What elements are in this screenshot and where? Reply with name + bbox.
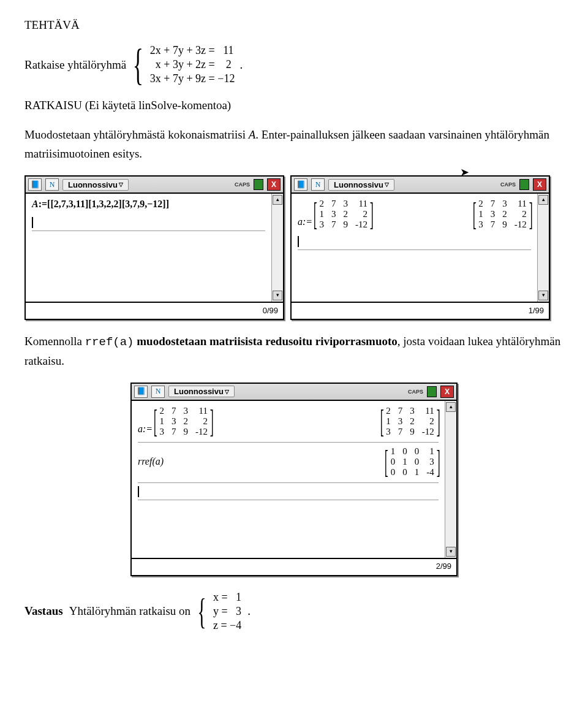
close-button[interactable]: X: [267, 178, 281, 191]
calc-icon: 📘: [134, 386, 148, 398]
calc-window-2: ➤ 📘 N Luonnossivu▽ CAPS X a:= [ 27311: [290, 175, 550, 320]
text-cursor: [138, 486, 139, 497]
brace-left: {: [133, 47, 143, 83]
sol-x: x = 1: [213, 591, 241, 604]
task-equation-row: Ratkaise yhtälöryhmä { 2x + 7y + 3z = 11…: [24, 44, 564, 85]
sol-y: y = 3: [213, 605, 241, 618]
rref-call: rref(a): [138, 456, 164, 467]
sol-z: z = −4: [213, 619, 241, 632]
answer-text: Yhtälöryhmän ratkaisu on: [69, 604, 190, 618]
calc-content-3[interactable]: a:= [ 27311 1322 379-12 ]: [132, 401, 445, 558]
tab-luonnossivu[interactable]: Luonnossivu▽: [62, 179, 129, 191]
tool-icon: N: [45, 178, 59, 191]
battery-icon: [427, 386, 437, 397]
text-cursor: [32, 217, 33, 228]
eq1: 2x + 7y + 3z = 11: [150, 44, 235, 57]
calc-icon: 📘: [294, 178, 307, 191]
caps-indicator: CAPS: [235, 181, 250, 188]
calc-window-3: 📘 N Luonnossivu▽ CAPS X a:= [ 27311 1322: [130, 383, 458, 576]
scroll-down[interactable]: ▾: [446, 547, 456, 557]
screenshot-row-2: 📘 N Luonnossivu▽ CAPS X a:= [ 27311 1322: [24, 383, 564, 576]
titlebar: 📘 N Luonnossivu▽ CAPS X: [292, 177, 549, 194]
titlebar: 📘 N Luonnossivu▽ CAPS X: [26, 177, 283, 194]
matrix-input: [ 27311 1322 379-12 ]: [315, 199, 372, 230]
calc-window-1: 📘 N Luonnossivu▽ CAPS X AA:=[[2,7,3,11][…: [24, 175, 284, 320]
calc-icon: 📘: [28, 178, 42, 191]
paragraph-2: Komennolla rref(a) muodostetaan matriisi…: [24, 332, 564, 370]
scroll-up[interactable]: ▴: [538, 195, 548, 205]
close-button[interactable]: X: [440, 386, 454, 398]
eq3: 3x + 7y + 9z = −12: [150, 72, 235, 85]
page-counter: 1/99: [529, 306, 544, 315]
calc-footer: 1/99: [292, 302, 549, 318]
matrix-result: [ 27311 1322 379-12 ]: [474, 199, 531, 230]
para1-var: A: [249, 128, 256, 141]
tab-luonnossivu[interactable]: Luonnossivu▽: [328, 179, 394, 191]
task-period: .: [239, 58, 243, 72]
tab-luonnossivu[interactable]: Luonnossivu▽: [168, 386, 235, 397]
scroll-down[interactable]: ▾: [273, 291, 282, 300]
battery-icon: [519, 179, 529, 190]
battery-icon: [254, 179, 263, 190]
rref-command: rref(a): [85, 335, 134, 349]
close-button[interactable]: X: [533, 178, 546, 191]
paragraph-1: Muodostetaan yhtälöryhmästä kokonaismatr…: [24, 126, 564, 163]
screenshot-row-1: 📘 N Luonnossivu▽ CAPS X AA:=[[2,7,3,11][…: [24, 175, 564, 320]
brace-left: {: [197, 596, 206, 626]
scrollbar[interactable]: ▴ ▾: [537, 194, 549, 302]
scrollbar[interactable]: ▴ ▾: [445, 401, 456, 558]
caps-indicator: CAPS: [500, 181, 516, 188]
scroll-up[interactable]: ▴: [446, 402, 456, 412]
calc-content-2[interactable]: a:= [ 27311 1322 379-12 ]: [292, 194, 537, 302]
scrollbar[interactable]: ▴ ▾: [271, 194, 283, 302]
para1a: Muodostetaan yhtälöryhmästä kokonaismatr…: [24, 128, 249, 141]
answer-label: Vastaus: [24, 604, 63, 618]
answer-row: Vastaus Yhtälöryhmän ratkaisu on { x = 1…: [24, 591, 564, 632]
page-counter: 0/99: [263, 306, 278, 315]
page-counter: 2/99: [436, 562, 451, 571]
tool-icon: N: [151, 386, 165, 398]
task-lead: Ratkaise yhtälöryhmä: [24, 58, 126, 72]
rref-result-matrix: [ 1001 0103 001-4 ]: [386, 446, 439, 478]
input-line: AA:=[[2,7,3,11][1,3,2,2][3,7,9,−12]]:=[[…: [32, 199, 265, 210]
tool-icon: N: [311, 178, 325, 191]
equation-stack: 2x + 7y + 3z = 11 x + 3y + 2z = 2 3x + 7…: [150, 44, 235, 85]
task-heading: TEHTÄVÄ: [24, 18, 564, 32]
calc-content-1[interactable]: AA:=[[2,7,3,11][1,3,2,2][3,7,9,−12]]:=[[…: [26, 194, 271, 302]
calc-footer: 0/99: [26, 302, 283, 318]
para2a: Komennolla: [24, 335, 85, 348]
scroll-down[interactable]: ▾: [538, 291, 548, 300]
eq2: x + 3y + 2z = 2: [150, 58, 235, 71]
titlebar: 📘 N Luonnossivu▽ CAPS X: [132, 384, 456, 401]
lhs-a: a:= [ 27311 1322 379-12 ]: [138, 406, 212, 437]
lhs: a:= [ 27311 1322 379-12 ]: [298, 199, 372, 230]
matrix-a-input: [ 27311 1322 379-12 ]: [155, 406, 212, 437]
answer-period: .: [247, 604, 251, 618]
scroll-up[interactable]: ▴: [273, 195, 282, 205]
ratkaisu-heading: RATKAISU (Ei käytetä linSolve-komentoa): [24, 96, 564, 115]
calc-footer: 2/99: [132, 558, 456, 574]
solution-stack: x = 1 y = 3 z = −4: [213, 591, 241, 632]
caps-indicator: CAPS: [408, 389, 423, 395]
para2b: muodostetaan matriisista redusoitu rivip…: [137, 335, 398, 348]
matrix-a-result: [ 27311 1322 379-12 ]: [382, 406, 439, 437]
text-cursor: [298, 236, 299, 247]
